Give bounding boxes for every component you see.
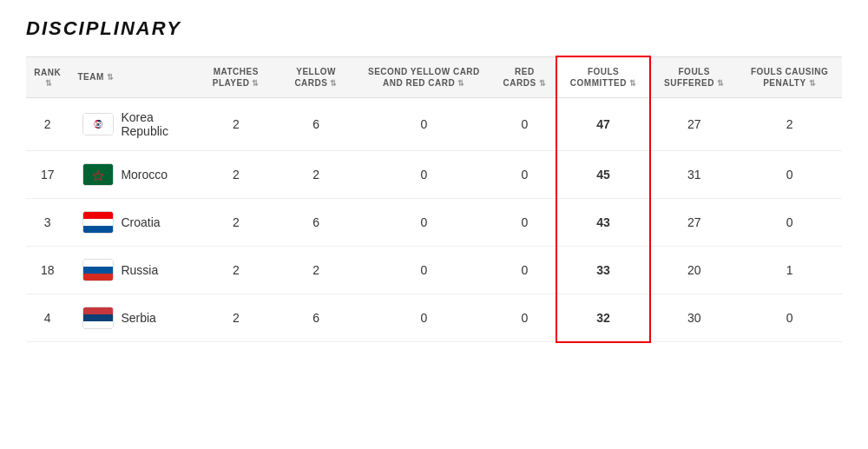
team-name: Korea Republic xyxy=(121,110,188,138)
cell-fouls_causing_penalty: 0 xyxy=(737,294,842,342)
cell-second_yellow_red: 0 xyxy=(354,294,494,342)
cell-value-fouls_causing_penalty: 1 xyxy=(786,263,793,277)
cell-yellow_cards: 6 xyxy=(278,199,354,247)
cell-value-rank: 4 xyxy=(44,311,51,325)
cell-value-matches_played: 2 xyxy=(233,117,240,131)
cell-fouls_causing_penalty: 1 xyxy=(737,247,842,294)
col-label-red_cards: RED CARDS xyxy=(503,67,536,88)
cell-matches_played: 2 xyxy=(194,151,278,199)
cell-fouls_committed: 33 xyxy=(556,247,650,294)
cell-value-red_cards: 0 xyxy=(521,215,528,229)
team-name: Russia xyxy=(121,263,158,277)
col-header-fouls_suffered[interactable]: FOULS SUFFERED⇅ xyxy=(650,56,737,98)
sort-arrows-red_cards: ⇅ xyxy=(539,79,547,88)
flag-croatia xyxy=(82,211,114,234)
cell-yellow_cards: 2 xyxy=(278,247,354,294)
cell-value-red_cards: 0 xyxy=(521,117,528,131)
col-header-rank[interactable]: RANK⇅ xyxy=(26,56,69,98)
svg-rect-12 xyxy=(83,307,113,314)
flag-korea: 🇰🇷 xyxy=(82,113,114,135)
svg-rect-5 xyxy=(83,212,113,219)
cell-matches_played: 2 xyxy=(194,247,278,294)
cell-yellow_cards: 2 xyxy=(278,151,354,199)
cell-value-second_yellow_red: 0 xyxy=(421,311,428,325)
team-name: Serbia xyxy=(121,311,155,325)
col-label-fouls_suffered: FOULS SUFFERED xyxy=(664,67,714,88)
cell-value-matches_played: 2 xyxy=(233,215,240,229)
col-header-second_yellow_red[interactable]: SECOND YELLOW CARD AND RED CARD⇅ xyxy=(354,56,494,98)
cell-fouls_committed: 45 xyxy=(556,151,650,199)
col-header-yellow_cards[interactable]: YELLOW CARDS⇅ xyxy=(278,56,354,98)
sort-arrows-matches_played: ⇅ xyxy=(252,79,260,88)
cell-team: Serbia xyxy=(69,294,194,342)
cell-rank: 18 xyxy=(26,247,69,294)
col-header-fouls_committed[interactable]: FOULS COMMITTED⇅ xyxy=(556,56,650,98)
table-row: 4 Serbia260032300 xyxy=(26,294,842,342)
cell-value-fouls_causing_penalty: 0 xyxy=(786,168,793,182)
cell-fouls_suffered: 27 xyxy=(650,98,737,151)
cell-value-rank: 3 xyxy=(44,215,51,229)
col-header-fouls_causing_penalty[interactable]: FOULS CAUSING PENALTY⇅ xyxy=(737,56,842,98)
cell-value-fouls_committed: 47 xyxy=(596,117,610,131)
cell-red_cards: 0 xyxy=(494,294,556,342)
cell-value-fouls_committed: 45 xyxy=(596,168,610,182)
table-row: 18 Russia220033201 xyxy=(26,247,842,294)
col-label-team: TEAM xyxy=(77,72,103,82)
cell-value-yellow_cards: 6 xyxy=(312,117,319,131)
cell-value-second_yellow_red: 0 xyxy=(421,168,428,182)
svg-rect-11 xyxy=(83,274,113,281)
cell-yellow_cards: 6 xyxy=(278,98,354,151)
cell-fouls_suffered: 30 xyxy=(650,294,737,342)
cell-fouls_causing_penalty: 0 xyxy=(737,151,842,199)
col-header-matches_played[interactable]: MATCHES PLAYED⇅ xyxy=(194,56,278,98)
cell-value-fouls_suffered: 31 xyxy=(687,168,701,182)
cell-fouls_committed: 47 xyxy=(556,98,650,151)
table-row: 3 Croatia260043270 xyxy=(26,199,842,247)
team-name: Morocco xyxy=(121,168,168,182)
cell-value-second_yellow_red: 0 xyxy=(421,263,428,277)
cell-second_yellow_red: 0 xyxy=(354,151,494,199)
cell-value-matches_played: 2 xyxy=(233,311,240,325)
sort-arrows-second_yellow_red: ⇅ xyxy=(457,79,465,88)
cell-value-fouls_committed: 43 xyxy=(596,215,610,229)
col-header-red_cards[interactable]: RED CARDS⇅ xyxy=(494,56,556,98)
cell-second_yellow_red: 0 xyxy=(354,98,494,151)
svg-rect-9 xyxy=(83,260,113,267)
cell-team: Russia xyxy=(69,247,194,294)
cell-second_yellow_red: 0 xyxy=(354,199,494,247)
cell-value-fouls_suffered: 27 xyxy=(687,117,701,131)
sort-arrows-team: ⇅ xyxy=(107,73,115,82)
cell-value-rank: 18 xyxy=(41,263,55,277)
cell-value-rank: 17 xyxy=(41,168,55,182)
svg-rect-7 xyxy=(83,226,113,233)
flag-serbia xyxy=(82,307,114,329)
svg-rect-3 xyxy=(83,164,113,185)
col-header-team[interactable]: TEAM⇅ xyxy=(69,56,194,98)
cell-value-fouls_suffered: 30 xyxy=(687,311,701,325)
cell-fouls_suffered: 31 xyxy=(650,151,737,199)
team-name: Croatia xyxy=(121,215,160,229)
cell-value-red_cards: 0 xyxy=(521,263,528,277)
cell-value-yellow_cards: 6 xyxy=(312,311,319,325)
cell-rank: 17 xyxy=(26,151,69,199)
cell-fouls_causing_penalty: 2 xyxy=(737,98,842,151)
cell-value-second_yellow_red: 0 xyxy=(421,117,428,131)
cell-value-red_cards: 0 xyxy=(521,168,528,182)
svg-rect-14 xyxy=(83,321,113,328)
cell-red_cards: 0 xyxy=(494,199,556,247)
cell-matches_played: 2 xyxy=(194,294,278,342)
cell-value-red_cards: 0 xyxy=(521,311,528,325)
sort-arrows-rank: ⇅ xyxy=(45,79,53,88)
cell-value-matches_played: 2 xyxy=(233,263,240,277)
cell-fouls_suffered: 27 xyxy=(650,199,737,247)
cell-fouls_committed: 43 xyxy=(556,199,650,247)
flag-morocco xyxy=(82,163,114,186)
cell-value-yellow_cards: 2 xyxy=(312,168,319,182)
cell-value-fouls_causing_penalty: 0 xyxy=(786,215,793,229)
cell-value-rank: 2 xyxy=(44,117,51,131)
cell-rank: 3 xyxy=(26,199,69,247)
cell-value-fouls_causing_penalty: 2 xyxy=(786,117,793,131)
sort-arrows-fouls_suffered: ⇅ xyxy=(717,79,725,88)
cell-value-second_yellow_red: 0 xyxy=(421,215,428,229)
svg-rect-6 xyxy=(83,219,113,226)
